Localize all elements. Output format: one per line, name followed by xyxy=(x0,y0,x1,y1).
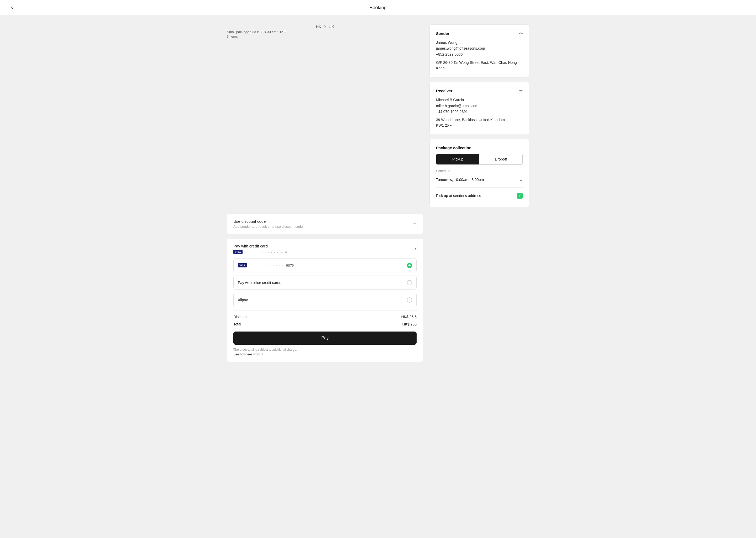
schedule-value: Tomorrow, 10:00am - 3:00pm xyxy=(436,178,484,182)
payment-option-alipay[interactable]: Alipay xyxy=(233,293,417,307)
external-link-icon: ↗ xyxy=(261,352,263,356)
sender-title: Sender xyxy=(436,31,449,36)
receiver-header: Receiver ✏ xyxy=(436,88,523,93)
back-button[interactable]: < xyxy=(8,4,16,12)
payment-card: Pay with credit card VISA · · · · · · · … xyxy=(227,238,423,362)
pickup-button[interactable]: Pickup xyxy=(436,154,479,164)
payment-selected-summary: VISA · · · · · · · · · · · · 9876 xyxy=(233,250,288,254)
discount-title: Use discount code xyxy=(233,219,303,224)
payment-header: Pay with credit card VISA · · · · · · · … xyxy=(233,244,417,254)
selected-card-last4: 9876 xyxy=(281,250,288,254)
total-amount: HK$ 256 xyxy=(402,322,417,326)
totals-divider xyxy=(233,310,417,310)
receiver-card: Receiver ✏ Michael B Garcia mike.b.garci… xyxy=(429,82,529,135)
totals-section: Discount -HK$ 25.6 Total HK$ 256 xyxy=(233,310,417,327)
alipay-label: Alipay xyxy=(238,298,248,302)
plane-icon: ✈ xyxy=(323,25,327,29)
payment-option-alipay-left: Alipay xyxy=(238,298,248,302)
left-column: Sender ✏ James Wong james.wong@offseason… xyxy=(429,25,529,207)
sender-edit-icon[interactable]: ✏ xyxy=(519,31,523,36)
route-to: UK xyxy=(329,25,334,29)
receiver-name: Michael B Garcia xyxy=(436,97,523,103)
pickup-address-row: Pick up at sender's address xyxy=(436,191,523,201)
divider xyxy=(436,187,523,188)
route-from: HK xyxy=(316,25,321,29)
main-content: HK ✈ UK Small package • 33 x 33 x 33 cm … xyxy=(220,16,536,370)
receiver-address: 39 Wood Lane, Backlass, United Kingdom K… xyxy=(436,117,523,128)
total-row: Total HK$ 256 xyxy=(233,321,417,327)
receiver-title: Receiver xyxy=(436,88,452,93)
card-dots-option1: · · · · · · · · · · · · xyxy=(250,263,283,267)
radio-selected-icon xyxy=(407,263,412,268)
payment-option-other-left: Pay with other credit cards xyxy=(238,281,281,285)
fee-note: The order total is subject to additional… xyxy=(233,348,417,351)
pickup-address-checkbox[interactable] xyxy=(517,193,523,198)
receiver-email: mike.b.garcia@gmail.com xyxy=(436,103,523,109)
receiver-phone: +44 070 1095 2391 xyxy=(436,109,523,115)
sender-card: Sender ✏ James Wong james.wong@offseason… xyxy=(429,25,529,78)
add-discount-icon: + xyxy=(413,220,417,227)
payment-option-visa-left: VISA · · · · · · · · · · · · 9876 xyxy=(238,263,294,267)
dropoff-button[interactable]: Dropoff xyxy=(479,154,522,164)
sender-name: James Wong xyxy=(436,40,523,45)
other-cards-label: Pay with other credit cards xyxy=(238,281,281,285)
payment-header-left: Pay with credit card VISA · · · · · · · … xyxy=(233,244,288,254)
header: < Booking xyxy=(0,0,756,16)
payment-option-visa[interactable]: VISA · · · · · · · · · · · · 9876 xyxy=(233,258,417,272)
radio-unselected-alipay xyxy=(407,297,412,303)
discount-amount: -HK$ 25.6 xyxy=(400,315,417,319)
chevron-up-icon[interactable]: ∧ xyxy=(414,247,417,251)
collection-title: Package collection xyxy=(436,145,523,150)
receiver-address1: 39 Wood Lane, Backlass, United Kingdom xyxy=(436,117,523,123)
selected-card-dots: · · · · · · · · · · · · xyxy=(245,250,278,254)
radio-unselected-other xyxy=(407,280,412,285)
fee-link-text: See how fees work xyxy=(233,352,260,356)
discount-label: Discount xyxy=(233,315,248,319)
receiver-edit-icon[interactable]: ✏ xyxy=(519,88,523,93)
pickup-address-label: Pick up at sender's address xyxy=(436,193,481,198)
item-count: 3 items xyxy=(227,34,423,38)
package-size: Small package • 33 x 33 x 33 cm • 1KG xyxy=(227,30,423,34)
sender-address: G/F 26-30 Tai Wong Street East, Wan Chai… xyxy=(436,60,523,71)
right-column: Use discount code Add sender and receive… xyxy=(227,214,423,362)
route-line: HK ✈ UK xyxy=(227,25,423,29)
sender-phone: +852 2529 0066 xyxy=(436,51,523,57)
visa-badge-option: VISA xyxy=(238,263,247,267)
receiver-address2: KW1 2XF xyxy=(436,123,523,128)
fee-link[interactable]: See how fees work ↗ xyxy=(233,352,263,356)
discount-card[interactable]: Use discount code Add sender and receive… xyxy=(227,214,423,234)
discount-text: Use discount code Add sender and receive… xyxy=(233,219,303,229)
total-label: Total xyxy=(233,322,241,326)
collection-card: Package collection Pickup Dropoff Schedu… xyxy=(429,139,529,207)
schedule-label: Schedule xyxy=(436,169,523,173)
chevron-down-icon: ⌄ xyxy=(519,177,523,182)
page-title: Booking xyxy=(369,5,386,11)
payment-option-other[interactable]: Pay with other credit cards xyxy=(233,276,417,290)
visa-badge-small: VISA xyxy=(233,250,243,254)
card-last4-option1: 9876 xyxy=(286,263,294,267)
pay-button[interactable]: Pay xyxy=(233,332,417,345)
sender-contact: James Wong james.wong@offseasons.com +85… xyxy=(436,40,523,57)
sender-header: Sender ✏ xyxy=(436,31,523,36)
receiver-contact: Michael B Garcia mike.b.garcia@gmail.com… xyxy=(436,97,523,115)
discount-row: Discount -HK$ 25.6 xyxy=(233,314,417,320)
schedule-selector[interactable]: Tomorrow, 10:00am - 3:00pm ⌄ xyxy=(436,175,523,184)
payment-title: Pay with credit card xyxy=(233,244,288,248)
discount-subtitle: Add sender and receiver to use discount … xyxy=(233,225,303,229)
sender-email: james.wong@offseasons.com xyxy=(436,45,523,51)
route-info: HK ✈ UK Small package • 33 x 33 x 33 cm … xyxy=(227,25,423,207)
collection-toggle: Pickup Dropoff xyxy=(436,154,523,165)
